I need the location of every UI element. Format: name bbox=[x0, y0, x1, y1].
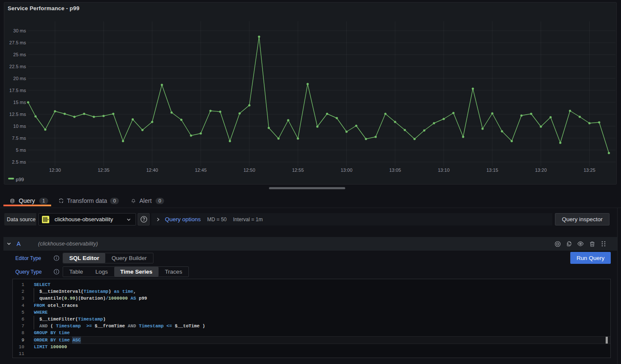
svg-text:20 ms: 20 ms bbox=[13, 76, 26, 81]
svg-text:p99: p99 bbox=[16, 177, 24, 182]
svg-text:12:45: 12:45 bbox=[195, 168, 207, 173]
svg-text:27.5 ms: 27.5 ms bbox=[9, 40, 26, 45]
svg-text:13:10: 13:10 bbox=[438, 168, 450, 173]
svg-text:12:50: 12:50 bbox=[243, 168, 255, 173]
svg-text:13:00: 13:00 bbox=[341, 168, 352, 173]
svg-text:12:30: 12:30 bbox=[49, 168, 61, 173]
svg-text:5 ms: 5 ms bbox=[16, 147, 26, 153]
svg-text:22.5 ms: 22.5 ms bbox=[9, 64, 26, 69]
svg-text:25 ms: 25 ms bbox=[13, 52, 26, 57]
svg-text:17.5 ms: 17.5 ms bbox=[9, 88, 26, 93]
svg-text:13:20: 13:20 bbox=[535, 168, 547, 173]
svg-text:12:35: 12:35 bbox=[98, 168, 110, 173]
svg-text:12:55: 12:55 bbox=[292, 168, 304, 173]
svg-text:10 ms: 10 ms bbox=[13, 124, 26, 129]
svg-text:30 ms: 30 ms bbox=[13, 28, 26, 33]
svg-text:2.5 ms: 2.5 ms bbox=[12, 159, 26, 165]
svg-text:13:05: 13:05 bbox=[389, 168, 401, 173]
svg-text:13:15: 13:15 bbox=[486, 168, 498, 173]
svg-text:13:25: 13:25 bbox=[583, 168, 595, 173]
svg-text:7.5 ms: 7.5 ms bbox=[12, 136, 26, 141]
svg-text:12.5 ms: 12.5 ms bbox=[9, 112, 26, 117]
svg-text:12:40: 12:40 bbox=[146, 168, 158, 173]
svg-text:15 ms: 15 ms bbox=[13, 100, 26, 105]
